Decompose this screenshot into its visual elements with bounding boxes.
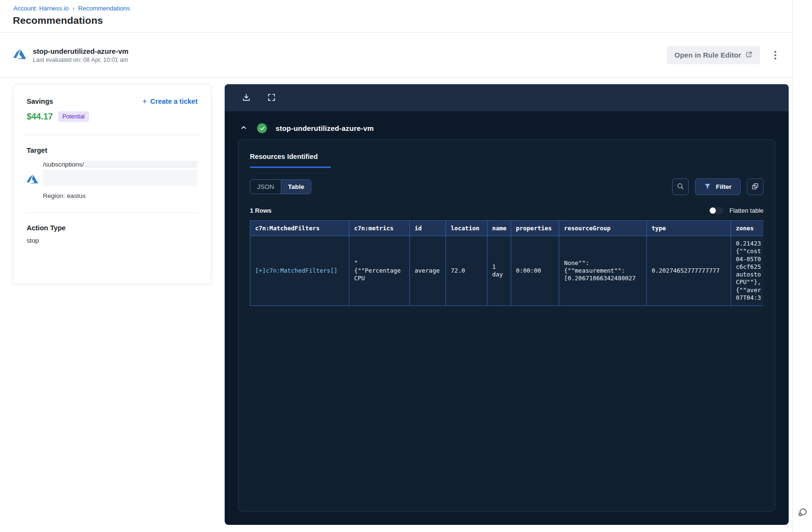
column-header-location: location bbox=[446, 221, 487, 236]
view-toggle: JSON Table bbox=[250, 179, 311, 194]
table-meta-row: 1 Rows Flatten table bbox=[250, 207, 763, 214]
cell-resource-group: None"": {""measurement"": [0.20671066342… bbox=[559, 236, 647, 306]
panel-toolbar bbox=[225, 84, 789, 111]
resource-title: stop-underutilized-azure-vm bbox=[33, 47, 129, 55]
azure-icon bbox=[27, 173, 38, 187]
column-header-type: type bbox=[647, 221, 731, 236]
copy-icon bbox=[751, 182, 759, 192]
results-table: c7n:MatchedFilters c7n:metrics id locati… bbox=[250, 220, 763, 306]
breadcrumb-account-link[interactable]: Account: Harness.io bbox=[13, 5, 69, 12]
savings-card: Savings + Create a ticket $44.17 Potenti… bbox=[13, 84, 211, 284]
column-header-name: name bbox=[487, 221, 511, 236]
table-row: [+]c7n:MatchedFilters[] " {""Percentage … bbox=[250, 236, 764, 306]
collapse-button[interactable] bbox=[239, 123, 248, 134]
success-check-icon bbox=[257, 123, 267, 133]
create-ticket-label: Create a ticket bbox=[150, 98, 198, 105]
column-header-zones: zones bbox=[731, 221, 764, 236]
target-label: Target bbox=[27, 147, 198, 154]
column-header-resource-group: resourceGroup bbox=[559, 221, 647, 236]
right-rail bbox=[792, 0, 812, 532]
breadcrumb-recommendations-link[interactable]: Recommendations bbox=[78, 5, 129, 12]
savings-amount: $44.17 bbox=[27, 112, 53, 122]
chevron-up-icon bbox=[240, 124, 248, 133]
panel-title-row: stop-underutilized-azure-vm bbox=[225, 111, 789, 134]
view-toggle-table[interactable]: Table bbox=[281, 180, 311, 194]
column-header-matched-filters: c7n:MatchedFilters bbox=[250, 221, 349, 236]
create-ticket-button[interactable]: + Create a ticket bbox=[142, 97, 198, 105]
cell-name: 1 day bbox=[487, 236, 511, 306]
filter-button[interactable]: Filter bbox=[695, 178, 741, 195]
copy-button[interactable] bbox=[747, 178, 763, 195]
open-in-rule-editor-label: Open in Rule Editor bbox=[674, 51, 741, 59]
column-header-properties: properties bbox=[511, 221, 559, 236]
column-header-id: id bbox=[410, 221, 446, 236]
cell-properties: 0:00:00 bbox=[511, 236, 559, 306]
more-options-button[interactable] bbox=[772, 49, 779, 61]
expand-matched-filters-link[interactable]: [+]c7n:MatchedFilters[] bbox=[255, 267, 337, 274]
page-title: Recommendations bbox=[13, 15, 103, 26]
breadcrumb: Account: Harness.io › Recommendations bbox=[13, 5, 130, 12]
cell-id: average bbox=[410, 236, 446, 306]
plus-icon: + bbox=[142, 97, 147, 105]
cell-location: 72.0 bbox=[446, 236, 487, 306]
resource-header-left: stop-underutilized-azure-vm Last evaluat… bbox=[13, 47, 129, 63]
view-toggle-json[interactable]: JSON bbox=[250, 180, 281, 194]
results-table-wrap: c7n:MatchedFilters c7n:metrics id locati… bbox=[250, 220, 763, 306]
download-button[interactable] bbox=[241, 92, 252, 104]
column-header-metrics: c7n:metrics bbox=[349, 221, 410, 236]
cell-zones: 0.21423 {""cost 04-05T0 c6cf625 autosto … bbox=[731, 236, 764, 306]
search-button[interactable] bbox=[672, 178, 689, 195]
resource-header: stop-underutilized-azure-vm Last evaluat… bbox=[0, 33, 792, 78]
cell-type: 0.20274652777777777 bbox=[647, 236, 731, 306]
table-header-row: c7n:MatchedFilters c7n:metrics id locati… bbox=[250, 221, 764, 236]
filter-icon bbox=[704, 183, 711, 191]
table-controls-row: JSON Table Filter bbox=[250, 178, 763, 195]
potential-badge: Potential bbox=[58, 111, 89, 122]
flatten-table-label: Flatten table bbox=[729, 207, 763, 214]
target-region: Region: eastus bbox=[43, 192, 198, 199]
resources-identified-panel: Resources Identified JSON Table bbox=[238, 139, 775, 512]
target-path: /subscriptions/ bbox=[43, 161, 84, 168]
action-type-value: stop bbox=[27, 237, 198, 244]
rows-count: 1 Rows bbox=[250, 207, 272, 214]
redacted-text bbox=[43, 170, 198, 186]
tab-resources-identified[interactable]: Resources Identified bbox=[250, 153, 318, 167]
divider bbox=[25, 135, 199, 135]
cell-metrics: " {""Percentage CPU bbox=[349, 236, 410, 306]
divider bbox=[25, 212, 199, 213]
search-icon bbox=[676, 182, 684, 192]
fullscreen-icon bbox=[267, 93, 276, 103]
fullscreen-button[interactable] bbox=[266, 92, 277, 104]
target-row: /subscriptions/ Region: eastus bbox=[27, 161, 198, 199]
tab-active-underline bbox=[250, 167, 331, 168]
redacted-text bbox=[85, 161, 198, 168]
flatten-table-toggle[interactable] bbox=[709, 207, 723, 214]
chat-icon bbox=[797, 512, 809, 520]
download-icon bbox=[242, 93, 251, 103]
breadcrumb-separator-icon: › bbox=[72, 5, 74, 12]
filter-label: Filter bbox=[716, 183, 732, 190]
panel-title: stop-underutilized-azure-vm bbox=[276, 124, 374, 132]
open-in-rule-editor-button[interactable]: Open in Rule Editor bbox=[667, 46, 760, 64]
resource-header-actions: Open in Rule Editor bbox=[667, 46, 779, 64]
help-chat-button[interactable] bbox=[797, 506, 809, 520]
resources-panel: stop-underutilized-azure-vm Resources Id… bbox=[225, 84, 789, 525]
page: Account: Harness.io › Recommendations Re… bbox=[0, 0, 812, 532]
azure-icon bbox=[13, 48, 26, 62]
action-type-label: Action Type bbox=[27, 224, 198, 232]
external-link-icon bbox=[745, 51, 753, 59]
savings-label: Savings bbox=[27, 98, 53, 105]
resource-subtitle: Last evaluated on: 08 Apr, 10:01 am bbox=[33, 57, 129, 63]
